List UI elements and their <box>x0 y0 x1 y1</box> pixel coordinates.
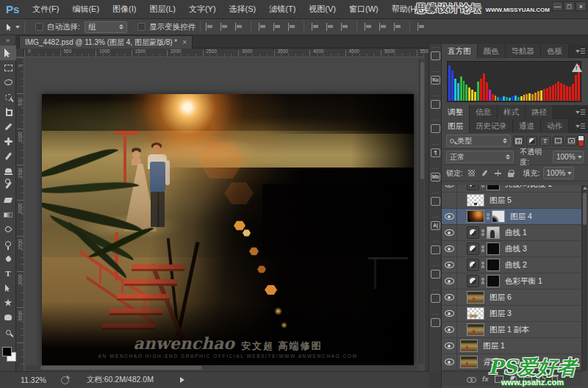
layer-mask-thumbnail[interactable] <box>487 185 500 190</box>
filter-type-layers-icon[interactable]: T <box>539 136 551 146</box>
tab-直方图[interactable]: 直方图 <box>442 44 478 58</box>
notes-panel-icon[interactable] <box>429 117 442 141</box>
tab-路径[interactable]: 路径 <box>526 105 553 119</box>
layer-visibility-toggle[interactable] <box>442 241 457 256</box>
maximize-button[interactable]: □ <box>564 1 575 11</box>
layer-thumbnail[interactable] <box>467 194 484 206</box>
auto-select-checkbox[interactable] <box>35 23 43 31</box>
document-canvas[interactable]: anwenchao 安文超 高端修图 AN WENCHAO HIGH-END G… <box>42 94 414 365</box>
align-top-edges-icon[interactable] <box>205 23 215 31</box>
layer-row[interactable]: 图层 4 <box>442 209 582 225</box>
gradient-tool[interactable] <box>0 207 16 222</box>
layer-row[interactable]: 图层 5 <box>442 193 582 209</box>
layer-filter-dropdown[interactable]: 类型 <box>446 134 511 147</box>
move-tool[interactable] <box>0 46 16 60</box>
tab-样式[interactable]: 样式 <box>498 105 526 119</box>
menu-item-9[interactable]: 帮助(H) <box>386 1 425 18</box>
paragraph-panel-icon[interactable]: ¶ <box>429 141 442 165</box>
auto-select-dropdown[interactable]: 组 <box>85 21 127 33</box>
clone-source-panel-icon[interactable] <box>429 311 442 335</box>
filter-pixel-layers-icon[interactable] <box>513 136 524 146</box>
layer-thumbnail[interactable] <box>467 210 484 223</box>
align-v-centers-icon[interactable] <box>220 23 229 31</box>
menu-item-7[interactable]: 视图(V) <box>303 1 342 18</box>
lock-transparency-icon[interactable] <box>467 168 476 178</box>
blur-tool[interactable] <box>0 222 16 237</box>
layer-row[interactable]: 亮度/对比度 1 <box>442 185 582 193</box>
layer-row[interactable]: 图层 3 <box>442 306 582 322</box>
close-button[interactable]: × <box>576 1 587 11</box>
distribute-h-centers-icon[interactable] <box>379 23 388 31</box>
tab-通道[interactable]: 通道 <box>513 119 541 133</box>
menu-item-0[interactable]: 文件(F) <box>26 1 65 18</box>
path-select-tool[interactable] <box>0 281 16 295</box>
layer-visibility-toggle[interactable] <box>442 322 457 337</box>
menu-item-4[interactable]: 文字(Y) <box>183 1 222 18</box>
menu-item-6[interactable]: 滤镜(T) <box>263 1 301 18</box>
brush-tool[interactable] <box>0 148 16 163</box>
tab-信息[interactable]: 信息 <box>470 105 498 119</box>
brush-presets-panel-icon[interactable] <box>429 262 442 287</box>
libraries-panel-icon[interactable] <box>429 93 442 117</box>
fill-value[interactable]: 100% <box>543 167 574 179</box>
opacity-value[interactable]: 100% <box>553 151 584 163</box>
layer-visibility-toggle[interactable] <box>442 273 457 289</box>
eraser-tool[interactable] <box>0 193 16 207</box>
layer-row[interactable]: 曲线 2 <box>442 257 582 273</box>
layer-style-icon[interactable]: fx <box>482 375 488 383</box>
layer-visibility-toggle[interactable] <box>442 185 457 192</box>
type-tool[interactable]: T <box>0 266 16 281</box>
lock-position-icon[interactable] <box>493 168 503 178</box>
menu-item-3[interactable]: 图层(L) <box>143 1 181 18</box>
measurement-log-panel-icon[interactable] <box>429 238 442 262</box>
layer-visibility-toggle[interactable] <box>442 354 457 370</box>
layer-visibility-toggle[interactable] <box>442 209 457 224</box>
filter-adjustment-layers-icon[interactable] <box>526 136 537 146</box>
panel-menu-icon[interactable] <box>576 109 585 115</box>
custom-shape-tool[interactable] <box>0 295 16 310</box>
layer-visibility-toggle[interactable] <box>442 290 457 305</box>
history-brush-tool[interactable] <box>0 178 16 193</box>
character-styles-panel-icon[interactable]: A| <box>429 214 442 238</box>
layer-visibility-toggle[interactable] <box>442 338 457 353</box>
layer-row[interactable]: 图层 6 <box>442 290 582 306</box>
pen-tool[interactable] <box>0 251 16 266</box>
distribute-right-edges-icon[interactable] <box>393 23 403 31</box>
panel-menu-icon[interactable] <box>576 123 585 129</box>
clone-stamp-tool[interactable] <box>0 163 16 178</box>
layer-thumbnail[interactable] <box>467 323 484 336</box>
minimize-button[interactable]: — <box>552 1 563 11</box>
layer-mask-thumbnail[interactable] <box>487 259 500 271</box>
lock-image-icon[interactable] <box>480 168 490 178</box>
menu-item-1[interactable]: 编辑(E) <box>66 1 105 18</box>
layer-mask-thumbnail[interactable] <box>487 242 500 255</box>
distribute-v-centers-icon[interactable] <box>326 23 335 31</box>
layer-thumbnail[interactable] <box>467 291 484 303</box>
menu-item-5[interactable]: 选择(S) <box>223 1 262 18</box>
distribute-left-edges-icon[interactable] <box>364 23 373 31</box>
tool-preset-picker[interactable] <box>6 23 20 32</box>
layer-mask-thumbnail[interactable] <box>492 210 505 223</box>
document-tab[interactable]: IMG_4482.psd @ 11.3% (图层 4, 图层蒙版/8) * × <box>19 35 193 48</box>
layer-comps-panel-icon[interactable] <box>429 44 442 68</box>
quick-select-tool[interactable] <box>0 90 16 104</box>
layer-row[interactable]: 曲线 3 <box>442 241 582 257</box>
rect-marquee-tool[interactable] <box>0 60 16 75</box>
collapse-toolbar-button[interactable]: » <box>0 35 15 46</box>
canvas-horizontal-scrollbar[interactable] <box>26 365 417 370</box>
crop-tool[interactable] <box>0 104 16 119</box>
show-transform-checkbox[interactable] <box>137 23 146 31</box>
layer-visibility-toggle[interactable] <box>442 306 457 321</box>
panel-menu-icon[interactable] <box>576 48 585 54</box>
layer-row[interactable]: 图层 1 副本 <box>442 322 582 338</box>
zoom-level-field[interactable]: 11.32% <box>21 376 46 384</box>
layer-row[interactable]: 曲线 1 <box>442 225 582 241</box>
lasso-tool[interactable] <box>0 75 16 90</box>
distribute-top-edges-icon[interactable] <box>311 23 320 31</box>
new-layer-icon[interactable] <box>539 376 545 382</box>
menu-item-8[interactable]: 窗口(W) <box>343 1 384 18</box>
canvas-vertical-scrollbar[interactable] <box>419 59 424 364</box>
tab-历史记录[interactable]: 历史记录 <box>470 119 513 133</box>
warning-icon[interactable] <box>572 63 582 72</box>
new-group-icon[interactable] <box>523 377 532 383</box>
